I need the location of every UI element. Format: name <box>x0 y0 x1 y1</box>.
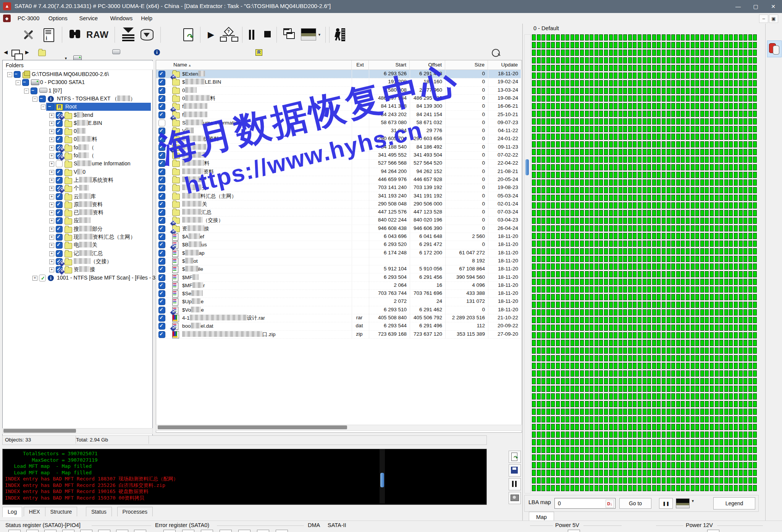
row-checkbox[interactable]: ✓ <box>158 87 165 94</box>
tree-expand-toggle[interactable]: − <box>7 72 12 77</box>
tree-checkbox[interactable]: − <box>14 71 21 78</box>
table-row[interactable]: ✓R$Voe6 293 5106 291 462018-11-20 <box>156 306 521 314</box>
search-icon[interactable] <box>492 49 500 57</box>
menu-options[interactable]: Options <box>45 13 71 24</box>
map-view-button[interactable] <box>301 27 316 42</box>
table-row[interactable]: ✓$Aef6 043 6966 041 6482 56018-11-20 <box>156 233 521 241</box>
lba-dec-toggle[interactable]: D↓ <box>606 500 614 508</box>
tree-node[interactable]: −−0 - PC3000 SATA1 <box>3 78 152 86</box>
table-row[interactable]: ✓V31 82429 776004-11-22 <box>156 127 521 135</box>
table-row[interactable]: ✓R资接946 608 438946 606 390026-04-24 <box>156 225 521 233</box>
row-checkbox[interactable]: ✓ <box>158 103 165 110</box>
tree-checkbox[interactable]: ✓ <box>56 193 63 200</box>
tree-node[interactable]: +✓上系统资料 <box>3 176 152 184</box>
map-scrollbar[interactable] <box>524 34 531 493</box>
row-checkbox[interactable]: ✓ <box>158 152 165 159</box>
tree-expand-toggle[interactable]: + <box>49 227 54 232</box>
minimize-button[interactable]: — <box>729 0 747 13</box>
table-row[interactable]: ✓R$Bus6 293 5206 291 472018-11-20 <box>156 241 521 249</box>
table-row[interactable]: ✓Rf84 141 34884 139 300016-06-21 <box>156 102 521 111</box>
tree-expand-toggle[interactable]: + <box>49 137 54 142</box>
tab-structure[interactable]: Structure <box>45 507 78 516</box>
cascade-windows-button[interactable] <box>283 27 296 42</box>
table-row[interactable]: ✓$ot8 19218-11-20 <box>156 257 521 265</box>
row-checkbox[interactable]: ✓ <box>158 241 165 248</box>
row-checkbox[interactable]: ✓ <box>158 298 165 305</box>
table-row[interactable]: ✓汇总447 125 576447 123 528007-03-24 <box>156 208 521 217</box>
row-checkbox[interactable]: ✓ <box>158 331 165 338</box>
tools-button[interactable] <box>22 27 35 42</box>
row-checkbox[interactable]: ✓ <box>158 184 165 191</box>
tree-expand-toggle[interactable]: + <box>49 251 54 256</box>
tree-checkbox[interactable]: ✓ <box>39 275 46 281</box>
tree-node[interactable]: +✓R资接 <box>3 265 152 273</box>
tree-expand-toggle[interactable]: + <box>49 202 54 207</box>
tree-expand-toggle[interactable]: − <box>16 80 21 85</box>
tree-checkbox[interactable]: ✓ <box>56 242 63 249</box>
column-header-offset[interactable]: Offset <box>410 60 445 70</box>
row-checkbox[interactable]: ✓ <box>158 79 165 86</box>
build-map-button[interactable]: ? <box>220 27 238 42</box>
tree-expand-toggle[interactable]: + <box>32 276 37 281</box>
tree-checkbox[interactable]: ✓R <box>56 112 63 119</box>
tree-node[interactable]: +✓0料 <box>3 135 152 143</box>
row-checkbox[interactable]: ✓ <box>158 307 165 314</box>
tree-checkbox[interactable]: ✓ <box>56 226 63 233</box>
raw-recovery-button[interactable]: RAW <box>86 27 109 42</box>
tree-checkbox[interactable]: ✓ <box>56 120 63 127</box>
tab-status[interactable]: Status <box>86 507 112 516</box>
table-row[interactable]: ✓R84 188 54084 186 492009-11-23 <box>156 143 521 152</box>
menu-help[interactable]: Help <box>137 13 156 24</box>
start-button[interactable]: ▶ <box>208 27 214 42</box>
column-header-size[interactable]: Size <box>445 60 488 70</box>
tree-expand-toggle[interactable]: + <box>49 162 54 167</box>
row-checkbox[interactable]: ✓ <box>158 225 165 232</box>
tree-node[interactable]: +✓原资料 <box>3 201 152 209</box>
tree-node[interactable]: −−1 [07] <box>3 87 152 95</box>
table-row[interactable]: ✓0料486 297 984486 295 936019-08-24 <box>156 94 521 103</box>
row-checkbox[interactable]: ✓ <box>158 209 165 216</box>
row-checkbox[interactable]: ✓ <box>158 250 165 257</box>
lba-input[interactable]: 0 D↓ <box>554 498 616 509</box>
close-button[interactable]: ✕ <box>764 0 782 13</box>
search-button[interactable] <box>69 27 81 42</box>
tree-expand-toggle[interactable]: + <box>49 186 54 191</box>
tree-node[interactable]: +✓$E.BIN <box>3 119 152 127</box>
tree-checkbox[interactable]: ✓R <box>56 152 63 159</box>
row-checkbox[interactable]: ✓ <box>158 176 165 183</box>
tree-checkbox[interactable]: ✓ <box>56 128 63 135</box>
menu-windows[interactable]: Windows <box>106 13 136 24</box>
export-database-button[interactable] <box>141 27 154 42</box>
row-checkbox[interactable]: ✓ <box>158 168 165 175</box>
tree-node[interactable]: +Sume Information <box>3 160 152 168</box>
tree-node[interactable]: +✓Rfo（ <box>3 144 152 152</box>
row-checkbox[interactable]: ✓ <box>158 233 165 240</box>
nav-forward-icon[interactable]: ▶ <box>25 46 29 59</box>
tree-checkbox[interactable]: ✓ <box>56 250 63 257</box>
tree-checkbox[interactable]: ✓ <box>56 217 63 224</box>
map-style-dropdown[interactable]: ▼ <box>691 495 695 508</box>
tree-checkbox[interactable]: − <box>22 79 29 86</box>
log-scrollbar[interactable] <box>380 449 385 504</box>
row-checkbox[interactable]: ✓ <box>158 282 165 289</box>
tree-expand-toggle[interactable]: + <box>49 235 54 240</box>
table-row[interactable]: ✓02 580 0082 577 960013-03-24 <box>156 86 521 95</box>
tab-processes[interactable]: Processes <box>117 507 153 516</box>
table-row[interactable]: ✓关290 508 048290 506 000002-01-24 <box>156 200 521 209</box>
tree-node[interactable]: +✓云库 <box>3 192 152 201</box>
exit-button[interactable] <box>335 27 347 42</box>
table-row[interactable]: ✓子446 659 976446 657 928020-05-24 <box>156 176 521 184</box>
row-checkbox[interactable]: ✓ <box>158 323 165 330</box>
table-row[interactable]: ✓R（交接）840 022 244840 020 196003-04-23 <box>156 216 521 225</box>
tree-expand-toggle[interactable]: + <box>49 210 54 215</box>
tree-checkbox[interactable]: − <box>31 87 37 94</box>
row-checkbox[interactable]: ✓ <box>158 112 165 118</box>
row-checkbox[interactable]: ✓ <box>158 193 165 200</box>
mdi-restore-button[interactable]: ▣ <box>769 15 778 23</box>
tree-node[interactable]: +✓i1001 - NTFS [Base MFT Scan] - [Files … <box>3 274 152 282</box>
table-row[interactable]: ✓R$Exten6 293 5266 291 478018-11-20 <box>156 70 521 78</box>
table-row[interactable]: ✓资料94 264 20094 262 152021-08-21 <box>156 168 521 176</box>
map-style-icon[interactable] <box>676 498 690 508</box>
legend-button[interactable]: Legend <box>713 497 755 509</box>
table-row[interactable]: ✓$ile5 912 1045 910 05667 108 86418-11-2… <box>156 265 521 273</box>
